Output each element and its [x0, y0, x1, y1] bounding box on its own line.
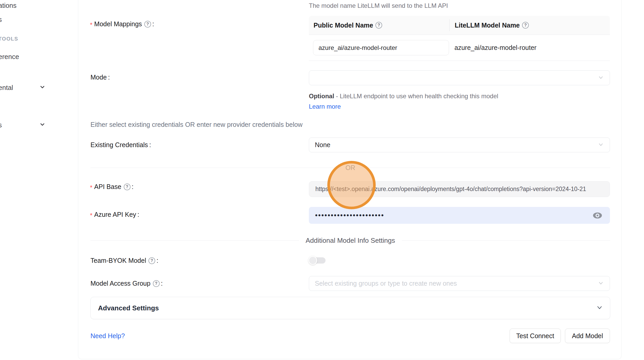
sidebar-item-label: s [0, 121, 2, 129]
additional-model-info-divider: Additional Model Info Settings [90, 237, 610, 245]
help-icon[interactable]: ? [522, 22, 529, 29]
or-divider-label: OR [341, 164, 360, 172]
sidebar-item-experimental[interactable]: ental [0, 84, 13, 92]
help-icon[interactable]: ? [144, 21, 151, 28]
chevron-down-icon [596, 304, 603, 312]
help-icon[interactable]: ? [148, 257, 155, 264]
sidebar-item-settings[interactable]: s [0, 121, 2, 129]
sidebar-item-1[interactable]: s [0, 16, 2, 24]
divider-label: Additional Model Info Settings [299, 237, 402, 245]
api-base-input[interactable]: https://<test>.openai.azure.com/openai/d… [309, 181, 610, 197]
required-mark: * [90, 21, 92, 29]
table-row: azure_ai/azure-model-router [309, 35, 610, 61]
model-access-group-input[interactable] [309, 280, 610, 287]
help-icon[interactable]: ? [124, 184, 131, 190]
azure-api-key-label: * Azure API Key : [90, 211, 139, 218]
sidebar-section-tools: TOOLS [0, 36, 18, 42]
required-mark: * [90, 184, 92, 191]
model-mappings-label: * Model Mappings ? : [90, 20, 154, 28]
sidebar-item-label: s [0, 16, 2, 23]
chevron-down-icon[interactable] [40, 122, 45, 127]
mode-select[interactable] [309, 70, 610, 85]
add-model-page: ations s TOOLS erence ental s The model … [0, 0, 644, 360]
model-mappings-table: Public Model Name ? LiteLLM Model Name ?… [309, 16, 610, 61]
sidebar-item-label: erence [0, 53, 19, 61]
chevron-down-icon [598, 74, 604, 82]
table-header-row: Public Model Name ? LiteLLM Model Name ? [309, 16, 610, 35]
sidebar: ations s TOOLS erence ental s [0, 0, 78, 360]
need-help-link[interactable]: Need Help? [90, 332, 125, 340]
advanced-settings-label: Advanced Settings [91, 304, 159, 312]
credentials-note: Either select existing credentials OR en… [90, 121, 303, 128]
chevron-down-icon [598, 280, 604, 287]
sidebar-item-organizations[interactable]: ations [0, 2, 16, 10]
required-mark: * [90, 212, 92, 219]
chevron-down-icon [598, 141, 604, 149]
existing-credentials-label: Existing Credentials : [90, 141, 151, 149]
sidebar-item-inference[interactable]: erence [0, 53, 19, 61]
sidebar-item-label: ations [0, 2, 16, 9]
litellm-model-name-value: azure_ai/azure-model-router [449, 44, 610, 51]
add-model-button[interactable]: Add Model [565, 329, 610, 343]
model-access-group-label: Model Access Group ? : [90, 280, 163, 287]
help-icon[interactable]: ? [153, 280, 160, 287]
azure-api-key-input[interactable]: •••••••••••••••••••••• [309, 207, 610, 224]
model-access-group-select[interactable] [309, 276, 610, 291]
public-model-name-input[interactable] [313, 40, 449, 55]
mode-help-text: Optional - LiteLLM endpoint to use when … [309, 91, 514, 112]
litellm-model-name-helper: The model name LiteLLM will send to the … [309, 2, 448, 9]
learn-more-link[interactable]: Learn more [309, 103, 341, 110]
masked-api-key: •••••••••••••••••••••• [309, 211, 384, 219]
existing-credentials-select[interactable]: None [309, 138, 610, 152]
test-connect-button[interactable]: Test Connect [510, 329, 561, 343]
team-byok-label: Team-BYOK Model ? : [90, 257, 158, 264]
column-header-public-model-name: Public Model Name ? [309, 22, 449, 29]
advanced-settings-panel[interactable]: Advanced Settings [90, 297, 610, 319]
help-icon[interactable]: ? [375, 22, 382, 29]
chevron-down-icon[interactable] [40, 84, 45, 90]
eye-icon[interactable] [592, 211, 603, 220]
mode-label: Mode : [90, 74, 110, 81]
team-byok-toggle[interactable] [309, 257, 326, 264]
api-base-label: * API Base ? : [90, 183, 134, 191]
sidebar-item-label: ental [0, 84, 13, 91]
selected-value: None [309, 141, 330, 149]
column-header-litellm-model-name: LiteLLM Model Name ? [449, 19, 610, 31]
